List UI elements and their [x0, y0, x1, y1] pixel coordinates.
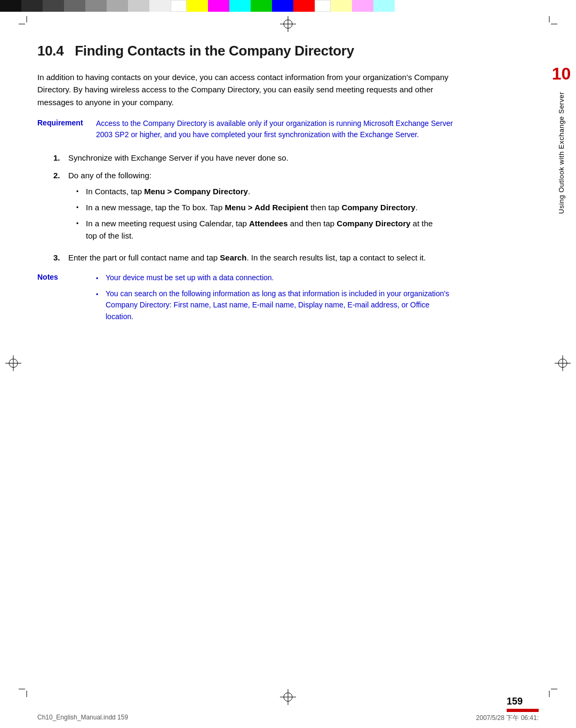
note-dot-2: •	[96, 288, 106, 300]
page-number: 159	[507, 696, 539, 707]
chapter-heading: 10.4 Finding Contacts in the Company Dir…	[37, 43, 531, 59]
step-1: 1. Synchronize with Exchange Server if y…	[53, 152, 437, 164]
page-number-bar	[507, 709, 539, 712]
page-content: 10.4 Finding Contacts in the Company Dir…	[37, 43, 531, 685]
bullet-3: • In a new meeting request using Calenda…	[76, 217, 437, 242]
cb-gray5	[128, 0, 149, 12]
cb-gray1	[43, 0, 64, 12]
note-dot-1: •	[96, 272, 106, 284]
side-tab: 10 Using Outlook with Exchange Server	[547, 64, 576, 214]
note-2: • You can search on the following inform…	[96, 288, 453, 323]
cb-gray2	[64, 0, 85, 12]
crop-mark-bl	[19, 681, 35, 699]
requirement-block: Requirement Access to the Company Direct…	[37, 118, 453, 141]
step-3-text: Enter the part or full contact name and …	[68, 251, 437, 264]
chapter-number: 10.4	[37, 43, 63, 59]
bullet-2-text: In a new message, tap the To box. Tap Me…	[86, 201, 418, 213]
reg-mark-top	[280, 16, 296, 34]
notes-label: Notes	[37, 272, 96, 327]
cb-red	[293, 0, 315, 12]
step-1-num: 1.	[53, 152, 68, 164]
notes-content: • Your device must be set up with a data…	[96, 272, 453, 327]
cb-gray6	[149, 0, 171, 12]
bullet-dot-2: •	[76, 201, 86, 213]
step-1-text: Synchronize with Exchange Server if you …	[68, 152, 437, 164]
note-1: • Your device must be set up with a data…	[96, 272, 453, 284]
cb-lt-magenta	[352, 0, 373, 12]
steps-list: 1. Synchronize with Exchange Server if y…	[53, 152, 437, 264]
cb-white2	[315, 0, 331, 12]
bullet-1-text: In Contacts, tap Menu > Company Director…	[86, 185, 250, 197]
crop-mark-br	[541, 681, 557, 699]
cb-gray4	[107, 0, 128, 12]
cb-black2	[21, 0, 43, 12]
bullet-2: • In a new message, tap the To box. Tap …	[76, 201, 437, 213]
step-2-bullets: • In Contacts, tap Menu > Company Direct…	[76, 185, 437, 242]
reg-mark-right	[555, 355, 571, 373]
cb-yellow	[187, 0, 208, 12]
reg-mark-left	[5, 355, 21, 373]
footer-right: 2007/5/28 下午 06:41:	[476, 714, 539, 723]
crop-mark-tr	[541, 16, 557, 34]
bullet-1: • In Contacts, tap Menu > Company Direct…	[76, 185, 437, 197]
side-tab-number: 10	[552, 64, 571, 84]
notes-block: Notes • Your device must be set up with …	[37, 272, 453, 327]
footer-bar: Ch10_English_Manual.indd 159 2007/5/28 下…	[37, 714, 539, 723]
footer-left: Ch10_English_Manual.indd 159	[37, 714, 128, 723]
cb-lt-cyan	[373, 0, 395, 12]
cb-green	[251, 0, 272, 12]
chapter-title: Finding Contacts in the Company Director…	[75, 43, 354, 59]
side-tab-text: Using Outlook with Exchange Server	[557, 92, 565, 214]
crop-mark-tl	[19, 16, 35, 34]
cb-magenta	[208, 0, 229, 12]
intro-paragraph: In addition to having contacts on your d…	[37, 71, 453, 108]
note-2-text: You can search on the following informat…	[106, 288, 453, 323]
step-2-num: 2.	[53, 169, 68, 181]
cb-black1	[0, 0, 21, 12]
step-3-num: 3.	[53, 251, 68, 264]
bullet-dot-1: •	[76, 185, 86, 197]
note-1-text: Your device must be set up with a data c…	[106, 272, 274, 284]
cb-cyan	[229, 0, 251, 12]
cb-gray3	[85, 0, 107, 12]
reg-mark-bottom	[280, 689, 296, 707]
page-number-block: 159	[507, 696, 539, 712]
cb-lt-yellow	[331, 0, 352, 12]
cb-blue	[272, 0, 293, 12]
bullet-3-text: In a new meeting request using Calendar,…	[86, 217, 437, 242]
cb-white	[171, 0, 187, 12]
requirement-text: Access to the Company Directory is avail…	[96, 118, 453, 141]
step-2-content: Do any of the following: • In Contacts, …	[68, 169, 437, 246]
color-bar	[0, 0, 576, 12]
bullet-dot-3: •	[76, 217, 86, 229]
step-3: 3. Enter the part or full contact name a…	[53, 251, 437, 264]
step-2: 2. Do any of the following: • In Contact…	[53, 169, 437, 246]
requirement-label: Requirement	[37, 118, 96, 141]
notes-list: • Your device must be set up with a data…	[96, 272, 453, 323]
